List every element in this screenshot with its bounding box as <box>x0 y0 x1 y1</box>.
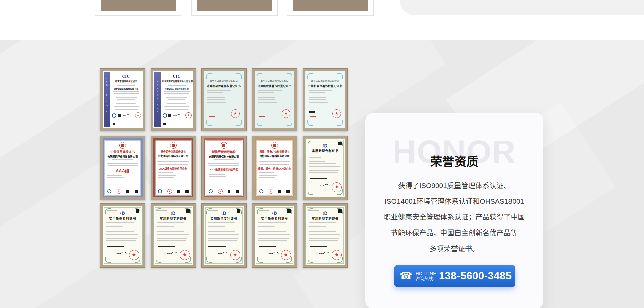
decoration <box>121 144 124 147</box>
text-line-placeholder <box>208 231 235 232</box>
signature-mark <box>166 251 178 255</box>
certificate-copyright[interactable]: 中华人民共和国国家版权局 计算机软件著作权登记证书 ★ <box>252 68 297 131</box>
certificate-title: 实用新型专利证书 <box>204 216 244 221</box>
certificate-title: 实用新型专利证书 <box>306 149 345 153</box>
red-emblem-icon <box>170 142 177 149</box>
certificate-title: 计算机软件著作权登记证书 <box>305 84 345 88</box>
certificate-credit[interactable]: 重合同守信用等级证书 合肥珂玛环保科技有限公司 AAA级重合同守信用企业 ★ <box>151 136 196 200</box>
corner-ornament <box>307 73 313 79</box>
text-line-placeholder <box>113 91 139 92</box>
text-line-placeholder <box>168 99 186 100</box>
certificate-credit[interactable]: 质量、服务、信誉等级证书 合肥珂玛环保科技有限公司 质量、服务、信誉AAA级企业… <box>252 136 297 200</box>
text-line-placeholder <box>258 229 274 229</box>
qr-code <box>177 190 180 193</box>
corner-ornament <box>257 120 262 126</box>
qr-code <box>126 190 129 193</box>
text-line-placeholder <box>309 90 332 91</box>
qr-code <box>287 209 291 213</box>
certificate-company: 合肥珂玛环保科技有限公司 <box>162 87 192 90</box>
cic-logo-text: CIC <box>162 74 192 78</box>
certificate-cic[interactable]: CERTIFICATE CIC 职业健康安全管理体系认证证书 合肥珂玛环保科技有… <box>151 68 196 131</box>
honor-panel: HONOR 荣誉资质 获得了ISO9001质量管理体系认证、 ISO14001环… <box>365 113 543 308</box>
text-line-placeholder <box>209 174 225 175</box>
text-line-placeholder <box>163 159 183 159</box>
certificate-company: 合肥珂玛环保科技有限公司 <box>205 155 243 158</box>
text-line-placeholder <box>258 226 275 227</box>
text-line-placeholder <box>114 106 139 107</box>
text-line-placeholder <box>116 103 136 104</box>
text-line-placeholder <box>207 97 225 98</box>
certificate-page: CERTIFICATE CIC 环境管理体系认证证书 合肥珂玛环保科技有限公司 … <box>103 71 143 128</box>
round-logo-icon <box>158 189 162 193</box>
certificate-copyright[interactable]: 中华人民共和国国家版权局 计算机软件著作权登记证书 ★ <box>201 68 247 131</box>
certificate-title: 实用新型专利证书 <box>154 216 193 221</box>
text-line-placeholder <box>115 101 137 101</box>
certificate-patent[interactable]: 实用新型专利证书 ★ <box>303 203 348 268</box>
cnipa-logo-icon <box>322 211 328 216</box>
text-line-placeholder <box>207 101 223 101</box>
text-line-placeholder <box>157 236 169 236</box>
certificate-title: 重合同守信用等级证书 <box>155 150 192 153</box>
certificate-patent[interactable]: 实用新型专利证书 ★ <box>201 203 247 268</box>
certificate-page: 诚信经营示范单位 合肥珂玛环保科技有限公司 AAA级诚信经营示范单位 ★ <box>204 138 244 197</box>
text-line-placeholder <box>171 84 182 84</box>
cut-off-panel <box>400 0 644 15</box>
project-photo-card[interactable] <box>191 0 278 16</box>
hotline-button[interactable]: ☎ HOTLINE 咨询热线: 138-5600-3485 <box>394 265 515 287</box>
text-line-placeholder <box>309 238 339 239</box>
text-line-placeholder <box>120 84 132 84</box>
certificate-credit[interactable]: 诚信经营示范单位 合肥珂玛环保科技有限公司 AAA级诚信经营示范单位 ★ <box>201 136 247 200</box>
certificate-patent[interactable]: 实用新型专利证书 ★ <box>303 136 348 200</box>
signature-mark <box>173 114 181 117</box>
certificate-title: 计算机软件著作权登记证书 <box>204 84 244 88</box>
project-photo-card[interactable] <box>95 0 181 16</box>
text-line-placeholder <box>309 170 339 171</box>
text-line-placeholder <box>208 236 219 236</box>
page-canvas: CERTIFICATE CIC 环境管理体系认证证书 合肥珂玛环保科技有限公司 … <box>0 0 644 308</box>
text-line-placeholder <box>168 85 186 86</box>
text-line-placeholder <box>208 226 225 227</box>
text-line-placeholder <box>309 225 321 225</box>
text-line-placeholder <box>309 172 338 173</box>
text-line-placeholder <box>106 234 138 235</box>
qr-code <box>286 190 290 193</box>
certificate-title: 企业信用等级证书 <box>104 150 141 154</box>
certificate-cic[interactable]: CERTIFICATE CIC 环境管理体系认证证书 合肥珂玛环保科技有限公司 … <box>100 68 145 131</box>
certificate-authority: 中华人民共和国国家版权局 <box>255 79 294 83</box>
text-line-placeholder <box>209 176 226 177</box>
certificate-copyright[interactable]: 中华人民共和国国家版权局 计算机软件著作权登记证书 ★ <box>303 68 348 131</box>
qr-code <box>135 190 138 193</box>
text-line-placeholder <box>208 163 239 164</box>
red-seal-icon: ★ <box>135 112 141 118</box>
red-emblem-icon <box>119 142 126 149</box>
certificate-patent[interactable]: 实用新型专利证书 ★ <box>100 203 145 268</box>
text-line-placeholder <box>106 238 137 239</box>
certificate-patent[interactable]: 实用新型专利证书 ★ <box>252 203 297 268</box>
text-line-placeholder <box>107 179 125 179</box>
corner-ornament <box>206 120 212 126</box>
certificate-title: 诚信经营示范单位 <box>205 150 243 154</box>
corner-ornament <box>257 208 263 214</box>
certificate-credit[interactable]: 企业信用等级证书 合肥珂玛环保科技有限公司 AAA级 ★ <box>100 136 145 200</box>
red-seal-icon: ★ <box>269 189 273 194</box>
barcode <box>158 246 175 247</box>
text-line-placeholder <box>264 159 285 159</box>
text-line-placeholder <box>107 163 138 164</box>
decoration <box>273 144 276 147</box>
hotline-label-zh: 咨询热线: <box>416 276 436 281</box>
text-line-placeholder <box>158 164 188 165</box>
corner-ornament <box>236 73 242 79</box>
signature-mark <box>318 251 330 255</box>
text-line-placeholder <box>158 163 189 163</box>
qr-code <box>237 209 240 213</box>
text-line-placeholder <box>112 159 133 160</box>
text-line-placeholder <box>116 97 137 98</box>
text-line-placeholder <box>309 222 336 223</box>
text-line-placeholder <box>157 222 184 223</box>
text-line-placeholder <box>208 229 223 229</box>
text-line-placeholder <box>258 231 286 232</box>
qr-code <box>338 209 342 213</box>
certificate-patent[interactable]: 实用新型专利证书 ★ <box>151 203 196 268</box>
project-photo-card[interactable] <box>287 0 374 16</box>
round-logo-icon <box>209 189 213 193</box>
